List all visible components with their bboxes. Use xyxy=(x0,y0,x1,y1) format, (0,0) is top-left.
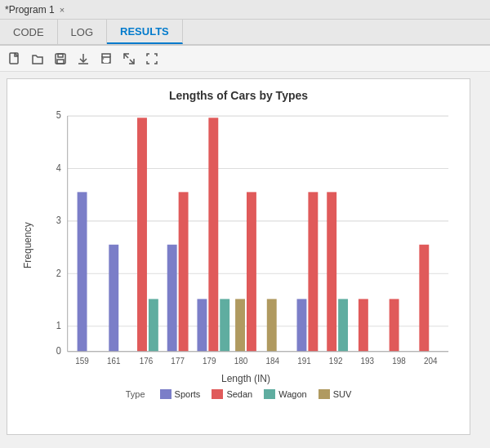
svg-text:192: 192 xyxy=(329,356,343,366)
toolbar xyxy=(0,46,490,72)
chart-container: Lengths of Cars by Types Frequency 0 1 xyxy=(7,78,470,435)
svg-text:2: 2 xyxy=(56,268,61,278)
bar-179-wagon xyxy=(220,299,229,351)
bar-192-sedan xyxy=(327,192,336,351)
bar-204-sedan xyxy=(419,245,429,352)
tab-log[interactable]: LOG xyxy=(58,20,107,44)
legend-box-sedan xyxy=(212,389,223,399)
bar-198-sedan xyxy=(390,299,399,351)
x-axis-label: Length (IN) xyxy=(35,373,457,384)
svg-text:0: 0 xyxy=(56,346,61,357)
chart-inner: 0 1 2 3 4 5 xyxy=(35,107,457,384)
title-bar: *Program 1 × xyxy=(0,0,490,20)
print-button[interactable] xyxy=(96,49,116,69)
open-button[interactable] xyxy=(28,49,47,69)
legend-label-sports: Sports xyxy=(175,389,201,399)
download-button[interactable] xyxy=(74,49,93,69)
svg-text:198: 198 xyxy=(392,356,406,366)
svg-text:204: 204 xyxy=(424,356,438,366)
svg-text:159: 159 xyxy=(75,356,89,366)
bar-193-sedan xyxy=(359,299,368,351)
legend-box-wagon xyxy=(264,389,275,399)
bar-184-suv xyxy=(267,299,277,351)
svg-text:5: 5 xyxy=(56,110,61,121)
svg-text:4: 4 xyxy=(56,162,62,173)
svg-text:180: 180 xyxy=(234,356,248,366)
plot-area: 0 1 2 3 4 5 xyxy=(35,107,457,370)
tab-bar: CODE LOG RESULTS xyxy=(0,20,490,46)
bar-177-sports xyxy=(167,245,177,352)
fullscreen-button[interactable] xyxy=(142,49,162,69)
svg-point-9 xyxy=(103,58,105,60)
chart-legend: Type Sports Sedan Wagon SUV xyxy=(20,389,457,399)
svg-text:184: 184 xyxy=(265,356,279,366)
chart-svg: 0 1 2 3 4 5 xyxy=(35,107,457,370)
svg-text:161: 161 xyxy=(107,356,121,366)
bar-191-sports xyxy=(297,299,307,351)
svg-text:3: 3 xyxy=(56,215,61,226)
svg-rect-8 xyxy=(104,60,109,63)
bar-191-sedan xyxy=(308,192,318,351)
svg-text:193: 193 xyxy=(361,356,375,366)
bar-161-sports xyxy=(109,245,118,352)
svg-text:179: 179 xyxy=(203,356,216,366)
svg-rect-4 xyxy=(57,60,64,64)
legend-box-sports xyxy=(160,389,172,399)
legend-item-wagon: Wagon xyxy=(264,389,306,399)
bar-176-wagon xyxy=(149,299,158,351)
bar-179-sports xyxy=(197,299,207,351)
new-button[interactable] xyxy=(5,49,24,69)
bar-159-sports xyxy=(78,192,87,351)
legend-box-suv xyxy=(318,389,330,399)
save-button[interactable] xyxy=(51,49,70,69)
bar-180-sedan xyxy=(247,192,256,351)
svg-text:191: 191 xyxy=(297,356,311,366)
svg-text:177: 177 xyxy=(171,356,185,366)
bar-180-suv xyxy=(235,299,245,351)
program-title: *Program 1 xyxy=(5,4,55,16)
legend-item-sports: Sports xyxy=(160,389,201,399)
legend-item-suv: SUV xyxy=(318,389,352,399)
expand-button[interactable] xyxy=(119,49,139,69)
svg-rect-3 xyxy=(58,54,63,57)
bar-192-wagon xyxy=(338,299,348,351)
bar-177-sedan xyxy=(179,192,189,351)
y-axis-label: Frequency xyxy=(20,107,35,384)
legend-label-suv: SUV xyxy=(333,389,352,399)
legend-item-sedan: Sedan xyxy=(212,389,252,399)
legend-label-sedan: Sedan xyxy=(226,389,252,399)
close-icon[interactable]: × xyxy=(60,5,65,15)
bar-179-sedan xyxy=(208,118,218,351)
tab-code[interactable]: CODE xyxy=(0,20,58,44)
bar-176-sedan xyxy=(137,118,147,351)
legend-label-wagon: Wagon xyxy=(278,389,306,399)
svg-text:1: 1 xyxy=(56,320,61,330)
legend-type-label: Type xyxy=(126,389,145,399)
svg-text:176: 176 xyxy=(140,356,154,366)
chart-title: Lengths of Cars by Types xyxy=(20,89,457,102)
tab-results[interactable]: RESULTS xyxy=(107,20,183,44)
chart-area: Frequency 0 1 2 3 xyxy=(20,107,457,384)
